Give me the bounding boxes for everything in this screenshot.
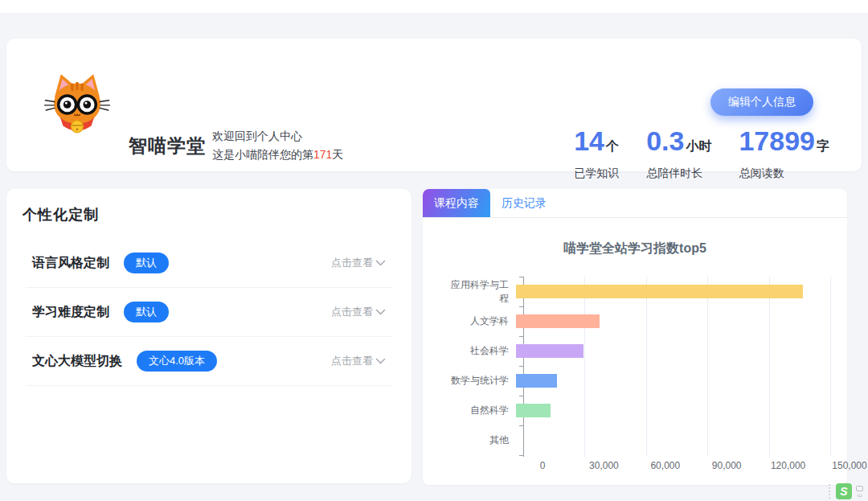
row-action-text: 点击查看	[331, 354, 373, 368]
stats-row: 14个已学知识0.3小时总陪伴时长17899字总阅读数	[574, 125, 829, 181]
stat-label: 总阅读数	[739, 166, 829, 181]
x-axis-tick-label: 0	[540, 460, 546, 471]
content-card: 课程内容历史记录 喵学堂全站学习指数top5 应用科学与工程人文学科社会科学数学…	[423, 189, 847, 485]
chevron-down-icon	[375, 358, 386, 365]
stat-top: 14个	[574, 125, 619, 157]
stat-top: 17899字	[739, 125, 829, 157]
stat-value: 17899	[739, 125, 815, 157]
chart-row: 社会科学	[442, 336, 847, 366]
chart-x-axis: 030,00060,00090,000120,000150,000	[542, 458, 847, 474]
x-axis-tick-label: 90,000	[712, 460, 742, 471]
chart-bar	[516, 285, 803, 298]
chart-bar	[516, 314, 600, 328]
stat-label: 已学知识	[574, 166, 619, 181]
chart-bar	[516, 344, 583, 358]
chart-bar	[516, 374, 557, 388]
bar-track	[516, 336, 847, 366]
chart-row: 自然科学	[442, 396, 847, 425]
edit-profile-button[interactable]: 编辑个人信息	[710, 88, 813, 116]
stat-top: 0.3小时	[646, 125, 711, 157]
row-action-text: 点击查看	[331, 256, 373, 270]
stat-item: 14个已学知识	[574, 125, 619, 181]
tab-course-content[interactable]: 课程内容	[423, 189, 490, 217]
stat-label: 总陪伴时长	[646, 166, 711, 181]
welcome-text: 欢迎回到个人中心 这是小喵陪伴您的第171天	[212, 127, 343, 164]
stat-unit: 个	[606, 138, 619, 155]
row-action-link[interactable]: 点击查看	[331, 305, 386, 319]
widget-mini-icons[interactable]: ω	[856, 486, 863, 498]
x-axis-tick-label: 150,000	[832, 460, 866, 471]
chevron-down-icon	[375, 260, 386, 267]
floating-widget[interactable]: S ω	[829, 483, 863, 499]
row-badge: 文心4.0版本	[137, 351, 217, 372]
chart-row: 其他	[442, 425, 847, 455]
customization-card: 个性化定制 语言风格定制默认点击查看学习难度定制默认点击查看文心大模型切换文心4…	[6, 189, 411, 483]
chart-category-label: 应用科学与工程	[442, 278, 516, 306]
chart-category-label: 社会科学	[442, 344, 516, 358]
companion-days: 171	[313, 148, 332, 161]
collapse-mini-icon[interactable]: ω	[857, 493, 862, 498]
bar-track	[516, 306, 847, 336]
x-axis-tick-label: 30,000	[589, 460, 619, 471]
bar-track	[516, 396, 847, 425]
bar-track	[516, 277, 847, 306]
x-axis-tick-label: 60,000	[650, 460, 680, 471]
chevron-down-icon	[375, 309, 386, 316]
row-action-link[interactable]: 点击查看	[331, 354, 386, 368]
profile-header-card: 智喵学堂 欢迎回到个人中心 这是小喵陪伴您的第171天 编辑个人信息 14个已学…	[6, 39, 862, 171]
chart-rows: 应用科学与工程人文学科社会科学数学与统计学自然科学其他	[442, 277, 847, 455]
stat-value: 14	[574, 125, 604, 157]
chart-row: 应用科学与工程	[442, 277, 847, 306]
welcome-line1: 欢迎回到个人中心	[212, 127, 343, 146]
chart-row: 数学与统计学	[442, 366, 847, 396]
chart-category-label: 其他	[442, 433, 516, 447]
stat-value: 0.3	[646, 125, 684, 157]
customization-title: 个性化定制	[23, 205, 99, 224]
chart-category-label: 数学与统计学	[442, 374, 516, 388]
customization-row: 文心大模型切换文心4.0版本点击查看	[26, 337, 392, 386]
drag-handle-icon[interactable]	[829, 484, 830, 499]
row-action-text: 点击查看	[331, 305, 373, 319]
tab-history[interactable]: 历史记录	[490, 189, 558, 217]
stat-item: 17899字总阅读数	[739, 125, 829, 181]
extension-s-icon[interactable]: S	[836, 483, 852, 499]
customization-row: 语言风格定制默认点击查看	[26, 239, 392, 288]
x-axis-tick-label: 120,000	[771, 460, 805, 471]
bar-track	[516, 425, 847, 455]
cat-avatar	[42, 68, 113, 142]
chart-title: 喵学堂全站学习指数top5	[423, 240, 847, 257]
y-axis-tick	[519, 455, 523, 456]
content-tabs: 课程内容历史记录	[423, 189, 847, 218]
bar-track	[516, 366, 847, 396]
welcome-line2: 这是小喵陪伴您的第171天	[212, 146, 343, 164]
row-action-link[interactable]: 点击查看	[331, 256, 386, 270]
stat-unit: 小时	[686, 138, 711, 155]
chart-row: 人文学科	[442, 306, 847, 336]
row-badge: 默认	[124, 302, 169, 322]
chart-bar	[516, 404, 551, 417]
customization-rows: 语言风格定制默认点击查看学习难度定制默认点击查看文心大模型切换文心4.0版本点击…	[26, 239, 392, 386]
brand-title: 智喵学堂	[129, 133, 206, 158]
window-mini-icon[interactable]	[856, 486, 863, 491]
top-white-strip	[0, 0, 868, 13]
customization-row: 学习难度定制默认点击查看	[26, 288, 392, 337]
row-label: 文心大模型切换	[32, 353, 122, 370]
row-label: 语言风格定制	[32, 255, 109, 272]
row-label: 学习难度定制	[32, 304, 109, 321]
chart-category-label: 人文学科	[442, 314, 516, 328]
chart-category-label: 自然科学	[442, 404, 516, 417]
learning-index-chart: 应用科学与工程人文学科社会科学数学与统计学自然科学其他 030,00060,00…	[442, 277, 847, 474]
stat-item: 0.3小时总陪伴时长	[646, 125, 711, 181]
stat-unit: 字	[817, 138, 829, 155]
row-badge: 默认	[124, 253, 169, 273]
